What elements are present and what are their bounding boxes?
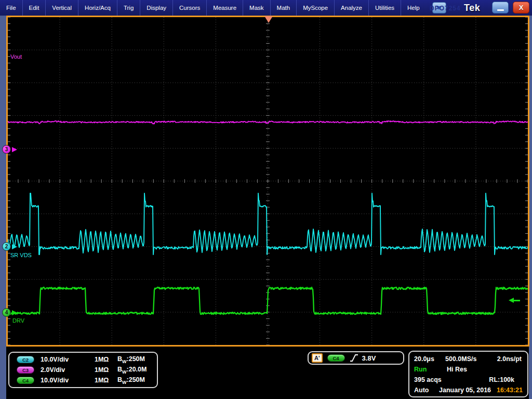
menu-help[interactable]: Help <box>401 0 426 16</box>
bw-b: B <box>117 355 122 363</box>
menu-file[interactable]: File <box>0 0 22 16</box>
record-length: RL:100k <box>489 376 514 383</box>
time-value: 16:43:21 <box>497 387 523 394</box>
graticule-canvas <box>8 17 528 345</box>
c3-bandwidth-value: :20.0M <box>127 366 147 373</box>
close-button[interactable]: X <box>513 2 529 14</box>
bw-b: B <box>117 376 122 383</box>
channel3-marker-label: 3 <box>5 147 8 152</box>
waveform-display[interactable]: Vout SR VDS DRV 3 2 4 <box>6 16 529 347</box>
rising-edge-icon <box>350 354 358 362</box>
channel-badge-c4[interactable]: C4 <box>17 377 34 384</box>
trigger-level-value: 3.8V <box>362 354 376 362</box>
acq-mode-row: Run Hi Res <box>414 365 523 374</box>
c4-impedance: 1MΩ <box>95 377 117 384</box>
timebase-row: 20.0μs 500.0MS/s 2.0ns/pt <box>414 354 523 364</box>
waveform-drv <box>8 287 528 314</box>
channel-badge-c2[interactable]: C2 <box>17 356 34 363</box>
channel2-reference-marker[interactable]: 2 <box>2 242 11 251</box>
c3-scale: 2.0V/div <box>41 366 95 374</box>
trigger-mode: Auto <box>414 387 439 394</box>
c4-scale: 10.0V/div <box>41 377 95 384</box>
run-state: Run <box>414 366 447 373</box>
menu-display[interactable]: Display <box>140 0 172 16</box>
trigger-readout-box[interactable]: A' C4 3.8V <box>308 351 404 365</box>
bw-w: W <box>122 379 127 384</box>
acquisitions-row: 395 acqs RL:100k <box>414 375 523 384</box>
channel-row-c2[interactable]: C2 10.0V/div 1MΩ BW:250M <box>9 354 157 365</box>
menu-measure[interactable]: Measure <box>206 0 243 16</box>
channel4-marker-label: 4 <box>5 310 8 315</box>
acq-mode: Hi Res <box>447 366 467 373</box>
menu-vertical[interactable]: Vertical <box>45 0 78 16</box>
acquisitions-count: 395 acqs <box>414 376 442 383</box>
channel-row-c3[interactable]: C3 2.0V/div 1MΩ BW:20.0M <box>9 365 157 375</box>
trigger-event-badge[interactable]: A' <box>312 353 323 363</box>
left-bezel <box>0 16 6 399</box>
c3-impedance: 1MΩ <box>95 366 117 374</box>
trigger-position-icon[interactable] <box>264 16 273 23</box>
bw-w: W <box>122 358 127 364</box>
trigger-level-arrow-head <box>509 298 514 303</box>
c4-bandwidth: BW:250M <box>117 376 145 385</box>
c2-scale: 10.0V/div <box>41 356 95 363</box>
minimize-button[interactable] <box>492 2 509 14</box>
c3-bandwidth: BW:20.0M <box>117 366 147 375</box>
channel-readout-box[interactable]: C2 10.0V/div 1MΩ BW:250M C3 2.0V/div 1MΩ… <box>8 352 158 388</box>
datetime-row: Auto January 05, 2016 16:43:21 <box>414 385 523 395</box>
menu-mask[interactable]: Mask <box>243 0 270 16</box>
waveform-sr-vds <box>8 193 528 255</box>
arrow-right-icon <box>12 244 17 249</box>
channel4-reference-marker[interactable]: 4 <box>2 308 11 317</box>
tek-logo: Tek <box>464 3 480 14</box>
arrow-right-icon <box>12 310 17 315</box>
waveform-label-drv[interactable]: DRV <box>12 317 24 324</box>
resolution-value: 2.0ns/pt <box>497 355 523 363</box>
c2-bandwidth-value: :250M <box>127 355 145 363</box>
bw-w: W <box>122 369 127 374</box>
channel-badge-c3[interactable]: C3 <box>17 366 34 374</box>
menu-edit[interactable]: Edit <box>22 0 46 16</box>
c2-impedance: 1MΩ <box>95 356 117 363</box>
horizontal-readout-box[interactable]: 20.0μs 500.0MS/s 2.0ns/pt Run Hi Res 395… <box>408 351 528 397</box>
menu-analyze[interactable]: Analyze <box>334 0 368 16</box>
menu-math[interactable]: Math <box>270 0 297 16</box>
sample-rate-value: 500.0MS/s <box>445 355 476 363</box>
timebase-value: 20.0μs <box>414 355 445 363</box>
model-watermark: DPO7254 <box>430 5 461 12</box>
c2-bandwidth: BW:250M <box>117 355 145 364</box>
c4-bandwidth-value: :250M <box>127 376 145 383</box>
waveform-label-sr-vds[interactable]: SR VDS <box>10 252 32 258</box>
waveform-label-vout[interactable]: Vout <box>10 54 22 60</box>
menu-cursors[interactable]: Cursors <box>172 0 206 16</box>
channel2-marker-label: 2 <box>5 244 8 249</box>
menu-utilities[interactable]: Utilities <box>368 0 401 16</box>
date-value: January 05, 2016 <box>439 387 491 394</box>
menu-myscope[interactable]: MyScope <box>296 0 334 16</box>
menu-bar: File Edit Vertical Horiz/Acq Trig Displa… <box>0 0 532 16</box>
menu-trig[interactable]: Trig <box>117 0 140 16</box>
menu-horiz-acq[interactable]: Horiz/Acq <box>78 0 117 16</box>
minimize-icon <box>497 9 504 11</box>
bw-b: B <box>117 366 122 373</box>
channel3-reference-marker[interactable]: 3 <box>2 145 11 154</box>
arrow-right-icon <box>12 147 17 152</box>
trigger-source-badge[interactable]: C4 <box>327 354 345 362</box>
channel-row-c4[interactable]: C4 10.0V/div 1MΩ BW:250M <box>9 375 157 385</box>
trigger-level-arrow-tail <box>513 300 520 301</box>
